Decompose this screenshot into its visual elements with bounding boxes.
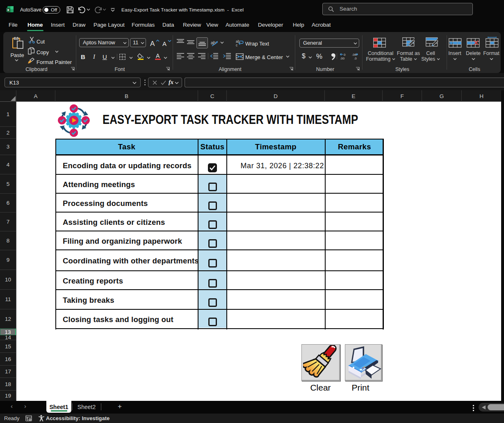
svg-text:A: A [150,40,155,47]
svg-text:.0: .0 [354,57,357,60]
svg-text:ab: ab [211,40,216,45]
svg-text:A: A [162,40,166,47]
svg-text:c: c [236,43,238,47]
svg-text:.00: .00 [340,57,345,60]
svg-text:x: x [7,8,9,12]
